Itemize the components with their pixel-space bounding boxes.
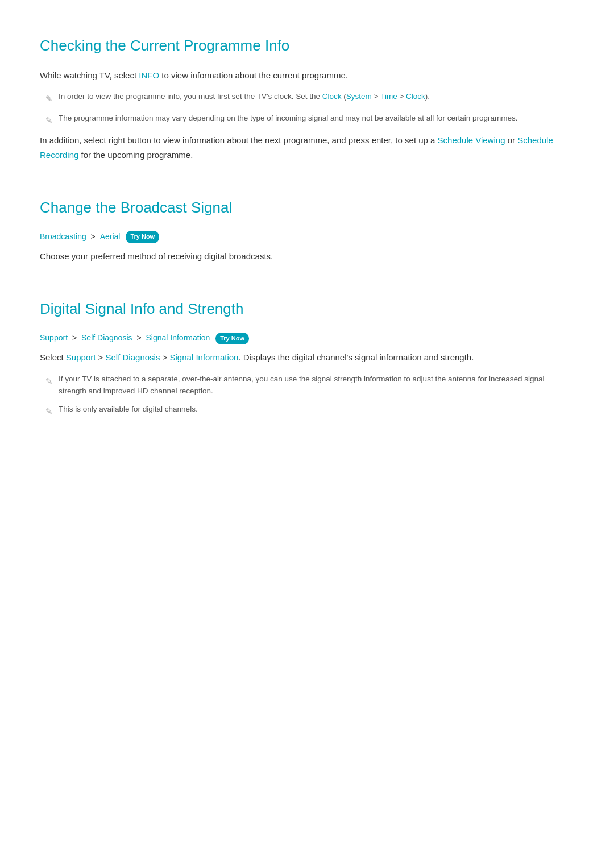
note-icon-4: [45, 404, 53, 419]
support-link[interactable]: Support: [40, 333, 68, 342]
self-diagnosis-link[interactable]: Self Diagnosis: [81, 333, 132, 342]
section2-body: Choose your preferred method of receivin…: [40, 249, 574, 264]
section3-note2: This is only available for digital chann…: [45, 403, 574, 419]
breadcrumb-sep1: >: [91, 232, 96, 241]
section3-note2-text: This is only available for digital chann…: [59, 403, 198, 416]
breadcrumb-sep2: >: [72, 333, 77, 342]
section3-note1-text: If your TV is attached to a separate, ov…: [59, 373, 574, 397]
signal-information-link2[interactable]: Signal Information: [170, 352, 239, 362]
section-broadcast-signal: Change the Broadcast Signal Broadcasting…: [40, 185, 574, 263]
try-now-badge-1[interactable]: Try Now: [126, 231, 159, 243]
section3-breadcrumb: Support > Self Diagnosis > Signal Inform…: [40, 331, 574, 344]
system-link[interactable]: System: [346, 92, 372, 101]
section3-body: Select Support > Self Diagnosis > Signal…: [40, 350, 574, 365]
self-diagnosis-link2[interactable]: Self Diagnosis: [106, 352, 160, 362]
note-icon-1: [45, 92, 53, 106]
section3-note1: If your TV is attached to a separate, ov…: [45, 373, 574, 397]
section1-title: Checking the Current Programme Info: [40, 23, 574, 58]
try-now-badge-2[interactable]: Try Now: [215, 333, 249, 345]
time-link[interactable]: Time: [380, 92, 397, 101]
section-programme-info: Checking the Current Programme Info Whil…: [40, 23, 574, 162]
note-icon-3: [45, 374, 53, 389]
clock-link2[interactable]: Clock: [406, 92, 425, 101]
info-link[interactable]: INFO: [139, 70, 159, 80]
section1-note1-text: In order to view the programme info, you…: [59, 90, 430, 103]
breadcrumb-sep3: >: [136, 333, 141, 342]
clock-link[interactable]: Clock: [322, 92, 342, 101]
support-link2[interactable]: Support: [66, 352, 96, 362]
section3-title: Digital Signal Info and Strength: [40, 286, 574, 321]
broadcasting-link[interactable]: Broadcasting: [40, 232, 86, 241]
section-digital-signal: Digital Signal Info and Strength Support…: [40, 286, 574, 418]
section1-body2: In addition, select right button to view…: [40, 133, 574, 162]
aerial-link[interactable]: Aerial: [100, 232, 121, 241]
section1-intro: While watching TV, select INFO to view i…: [40, 68, 574, 83]
schedule-viewing-link[interactable]: Schedule Viewing: [438, 135, 505, 145]
section1-note2-text: The programme information may vary depen…: [59, 112, 517, 124]
section2-breadcrumb: Broadcasting > Aerial Try Now: [40, 230, 574, 243]
section1-note1: In order to view the programme info, you…: [45, 90, 574, 106]
signal-information-link[interactable]: Signal Information: [146, 333, 210, 342]
section1-note2: The programme information may vary depen…: [45, 112, 574, 128]
section2-title: Change the Broadcast Signal: [40, 185, 574, 220]
note-icon-2: [45, 113, 53, 128]
